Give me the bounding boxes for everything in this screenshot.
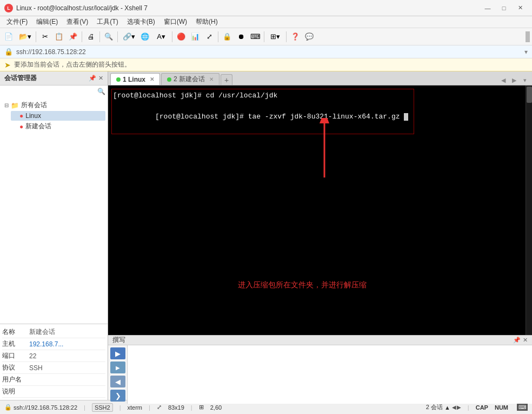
sidebar-pin-button[interactable]: 📌 — [89, 75, 96, 82]
tb-lock-button[interactable]: 🔒 — [221, 30, 234, 43]
terminal-line-1: [root@localhost jdk]# cd /usr/local/jdk — [113, 90, 413, 101]
compose-close-button[interactable]: ✕ — [523, 337, 528, 344]
compose-pin-button[interactable]: 📌 — [513, 337, 521, 344]
sidebar: 会话管理器 📌 ✕ 🔍 ⊟ 📁 所有会话 ● Linux — [0, 71, 108, 400]
address-text: ssh://192.168.75.128:22 — [16, 48, 521, 56]
menu-file[interactable]: 文件(F) — [2, 16, 32, 28]
status-next-arrow[interactable]: ▶ — [457, 404, 461, 410]
terminal-command-block: [root@localhost jdk]# cd /usr/local/jdk … — [111, 89, 414, 134]
menu-view[interactable]: 查看(V) — [62, 16, 92, 28]
tab-next-button[interactable]: ▶ — [509, 75, 519, 85]
status-address-text: ssh://192.168.75.128:22 — [14, 404, 77, 411]
status-up-arrow[interactable]: ▲ — [444, 404, 450, 411]
menu-tabs[interactable]: 选项卡(B) — [123, 16, 159, 28]
info-label-port: 端口 — [2, 351, 29, 360]
tb-monitor-button[interactable]: 📊 — [189, 30, 202, 43]
compose-send-button[interactable]: ▶ — [110, 347, 125, 359]
sidebar-search-icon[interactable]: 🔍 — [97, 88, 105, 95]
status-position-icon: ⊞ — [199, 404, 204, 411]
tb-network-button[interactable]: 🌐 — [138, 30, 151, 43]
tb-layout-button[interactable]: ⊞▾ — [267, 30, 284, 43]
tab-new-session-label: 2 新建会话 — [174, 75, 205, 84]
tb-font-button[interactable]: A▾ — [152, 30, 170, 43]
toolbar-collapse[interactable] — [526, 31, 530, 42]
minimize-button[interactable]: — — [480, 3, 495, 14]
tb-open-button[interactable]: 📂▾ — [16, 30, 34, 43]
compose-textarea[interactable] — [128, 345, 532, 404]
new-session-label: 新建会话 — [25, 122, 51, 131]
address-dropdown[interactable]: ▾ — [524, 48, 528, 56]
main-area: 会话管理器 📌 ✕ 🔍 ⊟ 📁 所有会话 ● Linux — [0, 71, 532, 400]
tb-new-button[interactable]: 📄 — [2, 30, 15, 43]
info-arrow-icon: ➤ — [4, 61, 11, 69]
menu-help[interactable]: 帮助(H) — [191, 16, 222, 28]
close-button[interactable]: ✕ — [513, 3, 528, 14]
window-title: Linux - root@localhost:/usr/local/jdk - … — [16, 4, 480, 12]
tb-copy-button[interactable]: 📋 — [52, 30, 65, 43]
sidebar-header: 会话管理器 📌 ✕ — [0, 71, 108, 86]
compose-arrow-button[interactable]: ▶ — [110, 362, 125, 373]
info-row-desc: 说明 — [2, 386, 105, 398]
status-address: 🔒 ssh://192.168.75.128:22 — [4, 404, 77, 411]
tab-linux[interactable]: 1 Linux ✕ — [110, 73, 160, 85]
tab-prev-button[interactable]: ◀ — [498, 75, 508, 85]
status-prev-arrow[interactable]: ◀ — [452, 404, 456, 410]
info-row-user: 用户名 — [2, 374, 105, 386]
tb-connect-button[interactable]: 🔗▾ — [120, 30, 137, 43]
compose-title: 撰写 — [112, 336, 125, 345]
tb-sep-5 — [172, 31, 172, 42]
tb-help-button[interactable]: ❓ — [289, 30, 302, 43]
info-row-port: 端口 22 — [2, 350, 105, 362]
sidebar-title: 会话管理器 — [4, 74, 37, 83]
tab-linux-dot — [116, 77, 121, 82]
terminal[interactable]: [root@localhost jdk]# cd /usr/local/jdk … — [108, 86, 532, 335]
tb-record-button[interactable]: ⏺ — [235, 30, 248, 43]
info-label-protocol: 协议 — [2, 363, 29, 372]
tab-linux-label: 1 Linux — [123, 76, 145, 83]
tb-keypad-button[interactable]: ⌨ — [249, 30, 262, 43]
compose-area: 撰写 📌 ✕ ▶ ▶ ◀ ❯ — [108, 335, 532, 400]
tab-menu-button[interactable]: ▾ — [520, 75, 530, 85]
status-dimensions: 83x19 — [168, 404, 184, 411]
tab-add-button[interactable]: + — [221, 74, 232, 85]
scrollbar-thumb[interactable] — [527, 87, 532, 103]
tb-paste-button[interactable]: 📌 — [66, 30, 79, 43]
tree-root-item[interactable]: ⊟ 📁 所有会话 — [2, 100, 105, 111]
tb-search-button[interactable]: 🔍 — [102, 30, 115, 43]
tab-nav: ◀ ▶ ▾ — [498, 75, 532, 85]
tb-profile-button[interactable]: 🔴 — [175, 30, 188, 43]
compose-buttons: ▶ ▶ ◀ ❯ — [108, 345, 128, 404]
arrow-svg — [308, 118, 341, 183]
tab-new-session[interactable]: 2 新建会话 ✕ — [161, 73, 220, 85]
num-indicator: NUM — [495, 404, 508, 411]
maximize-button[interactable]: □ — [496, 3, 511, 14]
tree-linux-item[interactable]: ● Linux — [11, 111, 105, 121]
status-sessions: 2 会话 ▲ ◀ ▶ — [426, 403, 461, 411]
new-session-icon: ● — [19, 123, 23, 130]
menu-edit[interactable]: 编辑(E) — [32, 16, 62, 28]
menu-bar: 文件(F) 编辑(E) 查看(V) 工具(T) 选项卡(B) 窗口(W) 帮助(… — [0, 16, 532, 28]
compose-back-button[interactable]: ◀ — [110, 376, 125, 387]
terminal-scrollbar[interactable] — [526, 86, 532, 335]
tb-print-button[interactable]: 🖨 — [84, 30, 97, 43]
status-encoding: xterm — [128, 404, 143, 411]
sidebar-close-button[interactable]: ✕ — [98, 75, 103, 82]
status-lock-icon: 🔒 — [4, 404, 12, 411]
tab-new-session-dot — [167, 77, 171, 82]
status-position: 2,60 — [210, 404, 222, 411]
compose-down-button[interactable]: ❯ — [110, 390, 125, 402]
tab-linux-close[interactable]: ✕ — [150, 76, 154, 82]
window-controls: — □ ✕ — [480, 3, 528, 14]
tb-expand-button[interactable]: ⤢ — [203, 30, 216, 43]
menu-tools[interactable]: 工具(T) — [92, 16, 122, 28]
lock-icon: 🔒 — [4, 48, 13, 56]
tb-cut-button[interactable]: ✂ — [38, 30, 51, 43]
status-nav-arrows: ◀ ▶ — [452, 404, 461, 410]
info-label-host: 主机 — [2, 339, 29, 349]
tb-chat-button[interactable]: 💬 — [303, 30, 316, 43]
tree-new-session-item[interactable]: ● 新建会话 — [11, 121, 105, 132]
tb-sep-1 — [36, 31, 36, 42]
keyboard-indicator: ⌨ — [517, 404, 528, 411]
tab-new-session-close[interactable]: ✕ — [209, 76, 214, 82]
menu-window[interactable]: 窗口(W) — [159, 16, 191, 28]
